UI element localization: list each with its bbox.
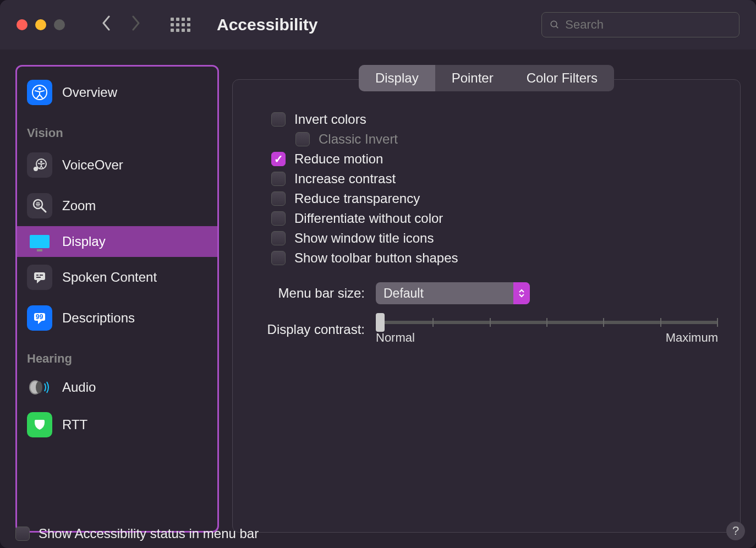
tab-bar: Display Pointer Color Filters [232,65,741,91]
checkbox-differentiate[interactable] [271,211,286,226]
checkbox-label: Show Accessibility status in menu bar [39,526,259,541]
select-stepper-icon [513,282,530,304]
tab-pointer[interactable]: Pointer [435,65,510,91]
voiceover-icon [27,152,52,178]
sidebar-item-audio[interactable]: Audio [17,370,217,404]
checkbox-label: Increase contrast [294,171,396,187]
nav-arrows [101,15,141,35]
checkbox-row-classic-invert: Classic Invert [295,131,718,147]
zoom-icon [27,193,52,218]
slider-min-label: Normal [376,331,415,345]
checkbox-row-title-icons[interactable]: Show window title icons [271,231,718,246]
show-all-button[interactable] [171,18,190,32]
svg-line-8 [41,207,46,212]
search-field[interactable] [541,12,739,37]
svg-point-3 [39,87,41,90]
display-panel: Invert colors Classic Invert Reduce moti… [232,79,741,533]
checkbox-label: Reduce motion [294,151,383,167]
content-area: Display Pointer Color Filters Invert col… [232,65,741,533]
checkbox-status-menubar[interactable] [15,527,30,541]
checkbox-invert-colors[interactable] [271,112,286,127]
sidebar-item-label: VoiceOver [62,157,123,173]
checkbox-reduce-transparency[interactable] [271,191,286,206]
checkbox-toolbar-shapes[interactable] [271,251,286,265]
checkbox-row-increase-contrast[interactable]: Increase contrast [271,171,718,187]
tab-display[interactable]: Display [359,65,435,91]
sidebar-item-rtt[interactable]: RTT [17,404,217,445]
sidebar-item-voiceover[interactable]: VoiceOver [17,145,217,185]
svg-rect-13 [36,275,39,276]
spoken-content-icon [27,265,52,290]
sidebar-item-label: Overview [62,85,117,100]
display-contrast-slider[interactable]: Normal Maximum [376,321,718,345]
svg-text:99: 99 [36,313,43,321]
sidebar-item-zoom[interactable]: Zoom [17,185,217,226]
checkbox-reduce-motion[interactable] [271,152,286,166]
checkbox-row-invert-colors[interactable]: Invert colors [271,112,718,127]
page-title: Accessibility [217,15,317,34]
descriptions-icon: 99 [27,305,52,331]
search-input[interactable] [565,18,731,32]
svg-rect-14 [40,275,43,276]
body: Overview Vision VoiceOver Zoom Displa [0,50,756,548]
svg-point-6 [34,167,38,171]
checkbox-label: Show window title icons [294,231,434,246]
zoom-button [54,19,65,30]
back-button[interactable] [101,15,111,35]
sidebar-item-display[interactable]: Display [17,226,217,257]
titlebar: Accessibility [0,0,756,50]
svg-point-5 [40,161,42,163]
search-icon [550,19,560,30]
segmented-control: Display Pointer Color Filters [359,65,614,91]
help-button[interactable]: ? [726,522,745,540]
sidebar-item-label: Spoken Content [62,270,157,285]
select-value: Default [384,286,424,301]
accessibility-window: Accessibility Overview Vision VoiceOver [0,0,756,548]
sidebar-item-label: RTT [62,417,87,432]
checkbox-label: Classic Invert [319,131,398,147]
svg-rect-12 [34,272,45,280]
close-button[interactable] [17,19,28,30]
accessibility-icon [27,80,52,105]
rtt-icon [27,412,52,437]
footer-checkbox-row[interactable]: Show Accessibility status in menu bar [15,526,259,541]
sidebar-item-label: Audio [62,380,96,395]
checkbox-label: Show toolbar button shapes [294,250,458,266]
sidebar-item-overview[interactable]: Overview [17,72,217,113]
forward-button [131,15,141,35]
sidebar-section-vision: Vision [17,113,217,145]
checkbox-row-differentiate[interactable]: Differentiate without color [271,211,718,226]
slider-thumb[interactable] [376,313,385,332]
checkbox-row-reduce-motion[interactable]: Reduce motion [271,151,718,167]
sidebar-item-spoken-content[interactable]: Spoken Content [17,257,217,298]
slider-max-label: Maximum [666,331,718,345]
svg-line-1 [556,26,558,28]
minimize-button[interactable] [35,19,46,30]
display-icon [27,235,52,248]
checkbox-classic-invert [295,132,310,146]
svg-point-0 [551,21,557,27]
checkbox-increase-contrast[interactable] [271,172,286,186]
checkbox-row-reduce-transparency[interactable]: Reduce transparency [271,191,718,206]
svg-point-20 [36,381,42,393]
sidebar-item-label: Display [62,234,106,249]
sidebar-item-descriptions[interactable]: 99 Descriptions [17,298,217,338]
menubar-size-row: Menu bar size: Default [255,282,718,304]
svg-rect-15 [36,277,41,278]
sidebar-item-label: Descriptions [62,310,135,326]
menubar-size-select[interactable]: Default [376,282,530,304]
checkbox-label: Invert colors [294,112,366,127]
checkbox-row-toolbar-shapes[interactable]: Show toolbar button shapes [271,250,718,266]
window-controls [17,19,65,30]
tab-color-filters[interactable]: Color Filters [510,65,614,91]
sidebar: Overview Vision VoiceOver Zoom Displa [15,65,219,533]
checkbox-label: Differentiate without color [294,211,443,226]
checkbox-label: Reduce transparency [294,191,420,206]
audio-icon [27,378,52,397]
display-contrast-row: Display contrast: Normal Maximum [255,321,718,345]
menubar-size-label: Menu bar size: [255,286,365,301]
display-contrast-label: Display contrast: [255,321,365,337]
sidebar-item-label: Zoom [62,198,96,213]
sidebar-section-hearing: Hearing [17,338,217,370]
checkbox-title-icons[interactable] [271,231,286,245]
